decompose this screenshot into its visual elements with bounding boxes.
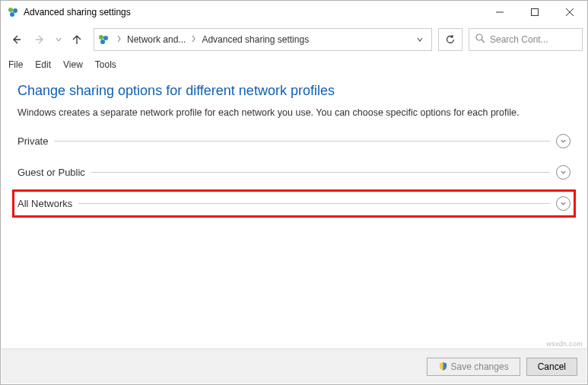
close-button[interactable] <box>552 1 587 24</box>
titlebar: Advanced sharing settings <box>1 1 587 24</box>
shield-icon <box>438 361 448 374</box>
control-panel-icon <box>97 33 110 46</box>
history-dropdown[interactable] <box>56 35 62 44</box>
window-title: Advanced sharing settings <box>24 7 482 18</box>
menu-file[interactable]: File <box>8 59 23 70</box>
svg-point-8 <box>103 36 108 40</box>
content-area: Change sharing options for different net… <box>1 74 587 237</box>
back-button[interactable] <box>5 29 27 50</box>
svg-point-10 <box>476 34 482 40</box>
refresh-button[interactable] <box>438 28 462 51</box>
divider <box>91 172 550 173</box>
svg-line-11 <box>482 40 485 43</box>
section-guest-public[interactable]: Guest or Public <box>17 165 571 180</box>
highlight-box: All Networks <box>12 189 576 218</box>
svg-point-0 <box>8 8 13 12</box>
svg-point-7 <box>99 35 103 40</box>
menubar: File Edit View Tools <box>1 56 587 74</box>
svg-point-1 <box>13 8 17 13</box>
page-heading: Change sharing options for different net… <box>17 83 571 99</box>
cancel-button[interactable]: Cancel <box>526 358 577 376</box>
menu-view[interactable]: View <box>63 59 83 70</box>
svg-point-9 <box>100 40 105 44</box>
breadcrumb-item[interactable]: Advanced sharing settings <box>199 34 312 45</box>
control-panel-icon <box>7 6 19 18</box>
section-label: Private <box>17 135 54 147</box>
save-changes-button[interactable]: Save changes <box>427 358 520 376</box>
chevron-down-icon[interactable] <box>556 165 571 180</box>
search-input[interactable]: Search Cont... <box>469 28 583 51</box>
breadcrumb-item[interactable]: Network and... <box>124 34 189 45</box>
chevron-right-icon[interactable] <box>189 35 199 44</box>
section-all-networks[interactable]: All Networks <box>14 196 571 211</box>
button-label: Save changes <box>451 361 509 372</box>
window-controls <box>482 1 587 24</box>
menu-edit[interactable]: Edit <box>35 59 51 70</box>
watermark: wsxdn.com <box>546 340 583 348</box>
navbar: Network and... Advanced sharing settings… <box>1 24 587 56</box>
maximize-button[interactable] <box>517 1 552 24</box>
forward-button[interactable] <box>30 29 51 50</box>
footer: Save changes Cancel <box>2 348 586 383</box>
svg-rect-4 <box>532 9 539 16</box>
page-description: Windows creates a separate network profi… <box>17 107 571 120</box>
section-label: All Networks <box>17 198 78 209</box>
chevron-right-icon[interactable] <box>114 35 124 44</box>
divider <box>78 203 550 204</box>
svg-point-2 <box>10 12 14 17</box>
divider <box>54 141 550 142</box>
address-dropdown[interactable] <box>412 33 428 46</box>
menu-tools[interactable]: Tools <box>95 59 116 70</box>
chevron-down-icon[interactable] <box>556 134 571 148</box>
address-bar[interactable]: Network and... Advanced sharing settings <box>94 28 432 51</box>
section-private[interactable]: Private <box>17 134 571 148</box>
up-button[interactable] <box>66 29 87 50</box>
search-icon <box>475 33 485 46</box>
button-label: Cancel <box>538 361 566 372</box>
chevron-down-icon[interactable] <box>556 196 571 211</box>
search-placeholder: Search Cont... <box>490 34 548 45</box>
section-label: Guest or Public <box>17 167 91 178</box>
minimize-button[interactable] <box>482 1 517 24</box>
